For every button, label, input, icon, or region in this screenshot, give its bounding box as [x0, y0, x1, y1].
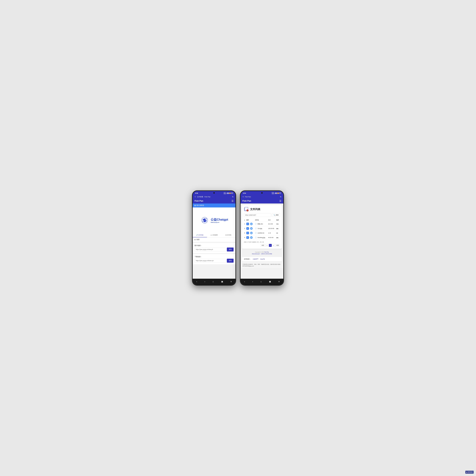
search-btn-label: 搜索 [276, 214, 279, 216]
file-name-text: 模板.doc [257, 223, 263, 225]
onetb-link[interactable]: OneTB [260, 258, 265, 260]
content-2: 📤 文件列表 🔍 搜索 # [240, 204, 283, 279]
nav-tabs[interactable]: ▣ [220, 280, 224, 283]
nav-bar-1: 🛡 文件查看 - Fish Pan ↻ [193, 195, 236, 199]
image-icon: 🖼 [194, 205, 196, 206]
col-format: 格式 [276, 219, 280, 222]
gpt-link[interactable]: 公益GPT [253, 258, 258, 260]
pagination-info: 共有 4 个文件 当前第 1 页，共 1 页 [244, 241, 280, 243]
cell-name: 📄 模板.doc [255, 222, 268, 226]
file-type-icon: 📄 [255, 237, 257, 238]
app-title-bar-1: Fish Pan ☰ [193, 199, 236, 204]
download-link-label: 下载链接： [195, 256, 234, 258]
file-name-text: touxiang.jpg [257, 237, 265, 238]
network-badge: 6G [231, 192, 233, 194]
pipe-sep: | [249, 228, 250, 229]
play-btn[interactable]: ▶ [250, 223, 253, 225]
search-input[interactable] [244, 213, 271, 217]
nav-back-2[interactable]: ‹ [243, 280, 246, 283]
search-button[interactable]: 🔍 搜索 [272, 213, 280, 217]
logo-container: 公益Chatgpt www.ycyyy.cn [200, 217, 228, 224]
cell-format: jpg [276, 226, 280, 231]
play-btn[interactable]: ▶ [250, 227, 253, 230]
image-copy-button[interactable]: 复制 [227, 248, 234, 252]
page-last[interactable]: 尾页 [275, 244, 280, 247]
tab-file-link[interactable]: 🔗 文件外链 [193, 233, 207, 237]
tab-code-call[interactable]: </> 代码调用 [207, 233, 221, 237]
logo-title: 公益Chatgpt [211, 218, 228, 221]
cell-format: jpg [276, 235, 280, 240]
nav-forward[interactable]: › [204, 280, 206, 283]
cell-size: 126.59 KB [268, 226, 276, 231]
download-btn[interactable]: ⬇ [246, 223, 249, 225]
download-btn[interactable]: ⬇ [246, 227, 249, 230]
tab-file-detail[interactable]: ℹ 文件详情 [221, 233, 236, 237]
fish-logo-svg [200, 217, 209, 224]
image-link-input[interactable] [195, 248, 226, 251]
image-link-section: 图片链接： 复制 [193, 243, 236, 253]
tab-detail-label: 文件详情 [226, 234, 231, 236]
nav-tabs-2[interactable]: ▣ [268, 280, 272, 283]
phone-1: 9:56 1.97KB/S ▐▐▐ 📶 6G 🛡 文件查看 - Fish Pan… [192, 190, 236, 286]
file-name-text: 1so.jpg [257, 228, 262, 229]
cell-format: txt [276, 231, 280, 235]
file-type-icon: 📄 [255, 223, 257, 225]
download-copy-button[interactable]: 复制 [227, 259, 234, 263]
svg-point-3 [204, 219, 204, 220]
phone-1-screen: 9:56 1.97KB/S ▐▐▐ 📶 6G 🛡 文件查看 - Fish Pan… [193, 191, 236, 285]
search-row: 🔍 搜索 [244, 213, 280, 217]
play-btn[interactable]: ▶ [250, 232, 253, 234]
svg-point-6 [205, 221, 206, 221]
col-name: 文件名 [255, 219, 268, 222]
download-btn[interactable]: ⬇ [246, 232, 249, 234]
speed-icon: 1.97KB/S [224, 192, 226, 194]
nav-forward-2[interactable]: › [251, 280, 254, 283]
table-row: 4 ⬇ | ▶ 📄 touxiang.jpg 44.83 KB jpg [244, 235, 280, 240]
logo-subtitle: www.ycyyy.cn [211, 221, 219, 223]
page-1[interactable]: 1 [269, 244, 272, 247]
nav-menu-2[interactable]: ≡ [277, 280, 281, 283]
page-first[interactable]: 首页 [261, 244, 265, 247]
image-display: 公益Chatgpt www.ycyyy.cn [193, 207, 236, 233]
hamburger-menu-1[interactable]: ☰ [232, 200, 234, 202]
cell-name: 📄 touxiang.jpg [255, 235, 268, 240]
file-name-text: ceshitxt.txt [257, 232, 264, 234]
file-list-card: 📤 文件列表 🔍 搜索 # [242, 205, 282, 249]
refresh-icon-1[interactable]: ↻ [232, 196, 234, 198]
page-prev[interactable]: « [266, 244, 269, 247]
app-name-2: Fish Pan [242, 200, 251, 202]
cell-num: 2 [244, 226, 246, 231]
download-btn[interactable]: ⬇ [246, 236, 249, 239]
file-type-icon: 📄 [255, 232, 257, 234]
file-list-icon-svg: 📤 [244, 207, 249, 212]
pipe-sep: | [249, 223, 250, 225]
cell-format: doc [276, 222, 280, 226]
file-type-icon: 📄 [255, 228, 257, 229]
svg-text:📤: 📤 [247, 210, 248, 211]
refresh-icon-2[interactable]: ↻ [280, 196, 281, 198]
tab-code-label: 代码调用 [213, 234, 218, 236]
pipe-sep: | [249, 237, 250, 238]
nav-back[interactable]: ‹ [195, 280, 198, 283]
nav-title-1: 文件查看 - Fish Pan [197, 196, 210, 198]
play-btn[interactable]: ▶ [250, 236, 253, 239]
pipe-sep: | [249, 232, 250, 234]
signal-bars-2: ▐▐▐ [275, 193, 277, 194]
table-row: 3 ⬇ | ▶ 📄 ceshitxt.txt 11 B txt [244, 231, 280, 235]
nav-menu[interactable]: ≡ [230, 280, 233, 283]
cell-actions: ⬇ | ▶ [246, 226, 255, 231]
page-next[interactable]: » [272, 244, 275, 247]
file-table: # 操作 文件名 大小 格式 1 ⬇ | ▶ [244, 219, 280, 240]
battery-badge: 67 [279, 192, 281, 194]
wifi-icon: 📶 [229, 193, 231, 194]
brand-link[interactable]: Fish Pan [264, 252, 269, 253]
nav-home-2[interactable]: ⌂ [259, 280, 263, 283]
shield-icon-2: 🛡 [242, 196, 244, 198]
nav-home[interactable]: ⌂ [212, 280, 215, 283]
download-link-input[interactable] [195, 259, 226, 263]
disclaimer: 不得利用云存储发布、存储、淫秽、诈骗等违法信息。侵权/违法投诉 邮箱：30754… [240, 262, 283, 268]
hamburger-menu-2[interactable]: ☰ [279, 200, 281, 202]
phone-2: 9:54 5.93KB/S ▐▐▐ 📶 67 🛡 Fish Pan ↻ Fish… [240, 190, 284, 286]
content-1: 🖼 图片查看器 [193, 204, 236, 279]
cell-num: 4 [244, 235, 246, 240]
